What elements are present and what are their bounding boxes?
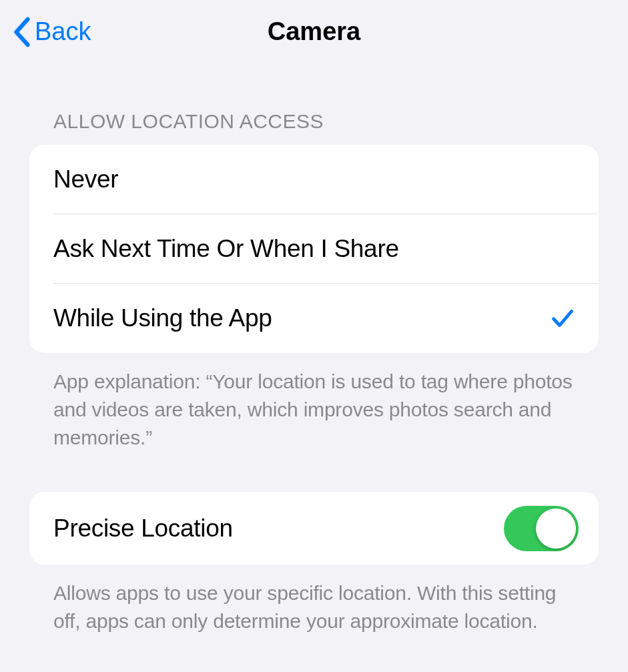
checkmark-icon [551, 306, 575, 330]
precise-location-row: Precise Location [29, 492, 599, 565]
section-footer-location-access: App explanation: “Your location is used … [29, 353, 599, 452]
precise-location-toggle[interactable] [504, 506, 579, 551]
section-header-location-access: ALLOW LOCATION ACCESS [29, 63, 599, 145]
option-label: While Using the App [53, 304, 272, 332]
precise-location-label: Precise Location [53, 515, 233, 543]
option-while-using[interactable]: While Using the App [29, 284, 599, 353]
nav-header: Back Camera [0, 0, 628, 63]
option-label: Ask Next Time Or When I Share [53, 235, 399, 263]
option-never[interactable]: Never [29, 145, 599, 214]
option-ask-next-time[interactable]: Ask Next Time Or When I Share [29, 214, 599, 284]
back-button[interactable]: Back [12, 17, 91, 47]
chevron-left-icon [12, 17, 31, 47]
option-label: Never [53, 165, 118, 194]
section-footer-precise: Allows apps to use your specific locatio… [29, 565, 599, 635]
location-access-group: Never Ask Next Time Or When I Share Whil… [29, 145, 599, 353]
spacer [29, 452, 599, 492]
back-label: Back [35, 17, 91, 46]
toggle-knob [536, 509, 576, 549]
page-title: Camera [0, 17, 628, 46]
content-area: ALLOW LOCATION ACCESS Never Ask Next Tim… [0, 63, 628, 635]
